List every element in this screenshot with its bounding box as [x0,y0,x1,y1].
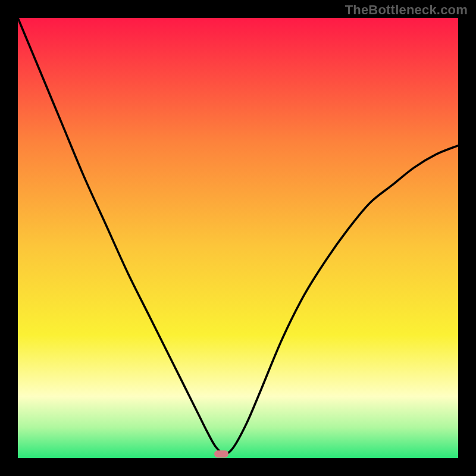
chart-frame: TheBottleneck.com [0,0,476,476]
optimum-marker [214,450,228,458]
watermark-text: TheBottleneck.com [345,2,468,18]
gradient-background [18,18,458,458]
plot-area [18,18,458,458]
chart-svg [18,18,458,458]
